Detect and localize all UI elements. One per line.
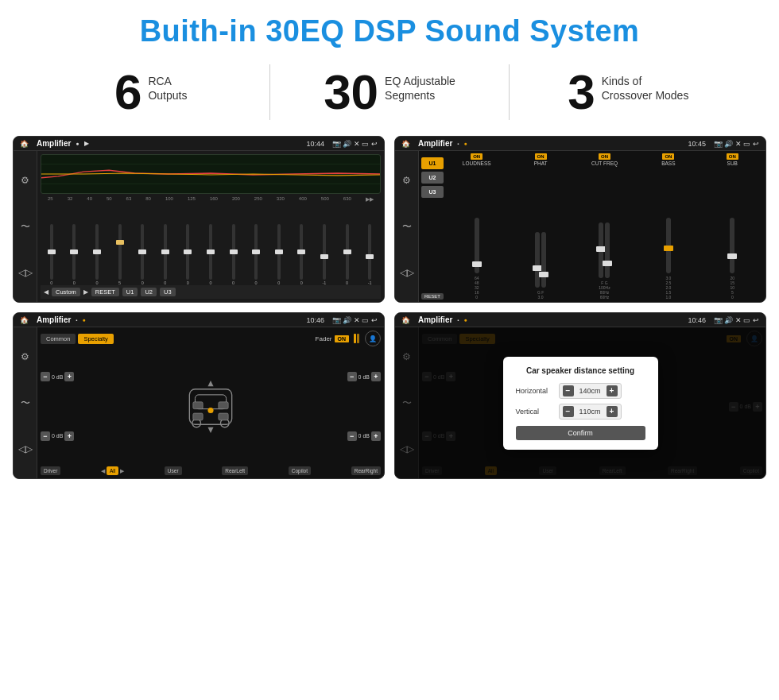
eq-u2-btn[interactable]: U2 [141,288,157,296]
eq-slider-2[interactable]: 0 [86,224,108,285]
crossover-dot1: ▪ [457,141,459,146]
fader-home-icon[interactable]: 🏠 [20,316,29,324]
db-minus-fl[interactable]: − [41,372,50,381]
db-plus-rr[interactable]: + [371,431,381,441]
db-minus-rr[interactable]: − [347,431,357,441]
preset-u3[interactable]: U3 [421,186,444,198]
crossover-dot2: ● [463,141,467,146]
loudness-slider[interactable] [475,218,479,273]
eq-slider-6[interactable]: 0 [177,224,200,285]
phat-slider-g[interactable] [535,232,540,288]
svg-point-11 [207,407,213,412]
eq-slider-13[interactable]: 0 [336,224,358,285]
crossover-vol-icon[interactable]: ◁▷ [399,265,415,280]
eq-sliders-row: 0 0 0 [41,204,381,285]
cutfreq-scale: F G100Hz80Hz60Hz [599,280,610,300]
db-minus-rl[interactable]: − [41,431,50,441]
vertical-minus-btn[interactable]: − [563,406,574,417]
eq-reset-btn[interactable]: RESET [91,288,119,296]
crossover-filter-icon[interactable]: ⚙ [399,172,415,188]
eq-slider-11[interactable]: 0 [291,224,313,285]
fader-status-icons: 📷 🔊 ✕ ▭ ↩ [332,316,378,324]
eq-slider-10[interactable]: 0 [268,224,290,285]
crossover-home-icon[interactable]: 🏠 [401,140,410,148]
eq-vol-icon[interactable]: ◁▷ [17,265,33,280]
eq-slider-7[interactable]: 0 [200,224,222,285]
eq-slider-5[interactable]: 0 [154,224,176,285]
fader-dot2: ● [82,317,85,323]
cutfreq-slider-f[interactable] [599,222,603,278]
fader-tab-specialty[interactable]: Specialty [78,334,113,344]
bass-slider[interactable] [666,218,671,273]
eq-slider-14[interactable]: -1 [358,224,381,285]
fader-copilot-btn[interactable]: Copilot [289,466,311,475]
eq-play-btn[interactable]: ▶ [83,288,88,296]
eq-status-icons: 📷 🔊 ✕ ▭ ↩ [332,140,378,148]
loudness-scale: 644832160 [475,276,479,300]
speaker-left-controls: − 0 dB + − 0 dB + [41,349,74,464]
eq-slider-3[interactable]: 5 [109,224,131,285]
sub-slider[interactable] [730,218,734,273]
eq-slider-4[interactable]: 0 [131,224,153,285]
crossover-app-title: Amplifier [418,139,452,148]
fader-user-btn[interactable]: User [165,466,182,475]
fader-wave-icon[interactable]: 〜 [17,395,33,411]
distance-status-bar: 🏠 Amplifier ▪ ● 10:46 📷 🔊 ✕ ▭ ↩ [395,313,765,327]
distance-status-icons: 📷 🔊 ✕ ▭ ↩ [714,316,759,324]
stat-label-crossover: Kinds of Crossover Modes [602,68,689,102]
stat-crossover: 3 Kinds of Crossover Modes [525,68,731,117]
dialog-title: Car speaker distance setting [516,366,645,375]
phat-on[interactable]: ON [535,153,547,160]
distance-content: ⚙ 〜 ◁▷ Common Specialty ON 👤 [395,327,765,478]
eq-slider-0[interactable]: 0 [41,224,63,285]
cutfreq-slider-g[interactable] [605,222,610,278]
fader-tab-common[interactable]: Common [41,334,76,344]
fader-rearleft-btn[interactable]: RearLeft [222,466,248,475]
vertical-plus-btn[interactable]: + [607,406,618,417]
eq-slider-12[interactable]: -1 [313,224,335,285]
fader-all-btn[interactable]: All [107,466,118,475]
eq-slider-9[interactable]: 0 [245,224,267,285]
fader-filter-icon[interactable]: ⚙ [17,349,33,365]
distance-screen-card: 🏠 Amplifier ▪ ● 10:46 📷 🔊 ✕ ▭ ↩ ⚙ 〜 ◁▷ C… [394,312,766,479]
db-plus-rl[interactable]: + [64,431,74,441]
fader-driver-btn[interactable]: Driver [41,466,60,475]
preset-col: U1 U2 U3 RESET [421,153,444,300]
crossover-reset[interactable]: RESET [421,293,444,300]
horizontal-minus-btn[interactable]: − [563,385,574,396]
crossover-wave-icon[interactable]: 〜 [399,219,415,234]
preset-u2[interactable]: U2 [421,172,444,184]
fader-vol-icon[interactable]: ◁▷ [17,441,33,457]
loudness-on[interactable]: ON [471,153,483,160]
preset-u1[interactable]: U1 [421,157,444,169]
home-icon[interactable]: 🏠 [20,140,29,148]
fader-rearright-btn[interactable]: RearRight [351,466,381,475]
stats-row: 6 RCA Outputs 30 EQ Adjustable Segments … [0,56,779,131]
eq-wave-icon[interactable]: 〜 [17,219,33,234]
fader-on-badge[interactable]: ON [335,335,350,342]
phat-slider-f[interactable] [541,232,546,288]
fader-screen-card: 🏠 Amplifier ▪ ● 10:46 📷 🔊 ✕ ▭ ↩ ⚙ 〜 ◁▷ C… [13,312,385,479]
fader-bottom-row: Driver ◀ All ▶ User RearLeft Copilot Rea… [41,466,381,475]
db-val-rl: 0 dB [52,433,63,439]
sub-on[interactable]: ON [727,153,738,160]
db-val-fr: 0 dB [358,374,370,380]
horizontal-plus-btn[interactable]: + [607,385,618,396]
db-minus-fr[interactable]: − [347,372,357,381]
eq-play-icon[interactable]: ▶ [84,140,89,147]
confirm-button[interactable]: Confirm [516,426,645,440]
eq-screen-card: 🏠 Amplifier ● ▶ 10:44 📷 🔊 ✕ ▭ ↩ ⚙ 〜 ◁▷ [13,136,385,303]
db-plus-fl[interactable]: + [64,372,74,381]
distance-home-icon[interactable]: 🏠 [401,316,410,324]
eq-slider-8[interactable]: 0 [223,224,245,285]
cutfreq-on[interactable]: ON [599,153,610,160]
db-plus-fr[interactable]: + [371,372,381,381]
eq-slider-1[interactable]: 0 [64,224,86,285]
eq-u1-btn[interactable]: U1 [122,288,138,296]
eq-u3-btn[interactable]: U3 [160,288,176,296]
eq-prev-btn[interactable]: ◀ [44,288,48,296]
eq-filter-icon[interactable]: ⚙ [17,172,33,188]
db-control-fr: − 0 dB + [347,372,381,381]
fader-side-icons: ⚙ 〜 ◁▷ [14,327,37,478]
bass-on[interactable]: ON [662,153,674,160]
